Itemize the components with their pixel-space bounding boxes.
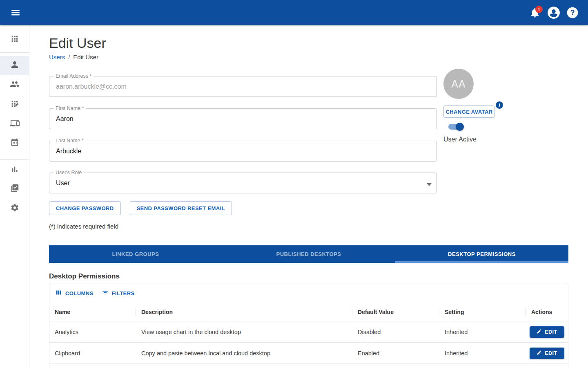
tab-published-desktops[interactable]: PUBLISHED DESKTOPS	[222, 245, 395, 263]
cell-name: Clipboard	[49, 350, 136, 357]
table-row-partial: EDIT	[49, 364, 568, 368]
library-check-icon	[10, 184, 19, 194]
cell-description: Copy and paste between local and cloud d…	[136, 350, 352, 357]
cell-default-value: Enabled	[352, 350, 439, 357]
apps-grid-icon	[10, 34, 19, 45]
filters-button[interactable]: FILTERS	[102, 289, 135, 297]
edit-button[interactable]: EDIT	[530, 326, 564, 338]
table-row: Analytics View usage chart in the cloud …	[49, 321, 568, 343]
chevron-down-icon	[427, 181, 432, 188]
role-select-label: User's Role	[53, 170, 84, 176]
cell-description: View usage chart in the cloud desktop	[136, 329, 352, 335]
notifications-button[interactable]: 1	[527, 4, 543, 21]
sidebar-item-tasks[interactable]	[0, 180, 29, 198]
bar-chart-icon	[10, 165, 19, 175]
hamburger-menu-icon	[10, 7, 21, 18]
tab-desktop-permissions[interactable]: DESKTOP PERMISSIONS	[395, 245, 568, 263]
menu-button[interactable]	[7, 4, 24, 21]
avatar: AA	[443, 69, 474, 99]
table-toolbar: COLUMNS FILTERS	[49, 283, 568, 303]
calendar-icon	[10, 138, 19, 148]
column-header-name[interactable]: Name	[49, 303, 136, 321]
cell-setting: Inherited	[439, 329, 526, 335]
table-header-row: Name Description Default Value Setting A…	[49, 303, 568, 321]
filter-list-icon	[102, 289, 109, 297]
send-password-reset-button[interactable]: SEND PASSWORD RESET EMAIL	[130, 201, 232, 215]
app-bar: 1 ?	[0, 0, 588, 25]
info-icon[interactable]: i	[496, 101, 503, 109]
role-select-value: User	[56, 180, 70, 187]
pencil-icon	[537, 350, 542, 357]
sidebar-divider	[0, 159, 29, 160]
breadcrumb-current: Edit User	[73, 54, 98, 61]
email-field-wrapper: Email Address *	[49, 76, 437, 97]
table-row: Clipboard Copy and paste between local a…	[49, 343, 568, 364]
email-field[interactable]	[49, 76, 437, 96]
change-avatar-button[interactable]: CHANGE AVATAR	[443, 105, 495, 118]
sidebar-item-schedule[interactable]	[0, 134, 29, 153]
columns-button-label: COLUMNS	[65, 290, 94, 296]
column-header-setting[interactable]: Setting	[439, 303, 526, 321]
required-field-note: (*) indicates required field	[49, 223, 118, 230]
people-group-icon	[10, 79, 20, 91]
sidebar-item-groups[interactable]	[0, 76, 29, 94]
permissions-table-card: COLUMNS FILTERS Name Description Default…	[49, 283, 568, 368]
app-registration-icon	[10, 99, 19, 110]
user-active-label: User Active	[443, 136, 533, 143]
last-name-field[interactable]	[49, 141, 437, 161]
cell-name: Analytics	[49, 329, 136, 335]
change-password-button[interactable]: CHANGE PASSWORD	[49, 201, 121, 215]
account-circle-icon	[547, 6, 561, 20]
user-active-toggle[interactable]	[448, 123, 463, 130]
devices-icon	[10, 118, 20, 130]
page-title: Edit User	[49, 35, 106, 51]
columns-button[interactable]: COLUMNS	[55, 289, 94, 297]
toggle-thumb	[456, 123, 464, 131]
cell-default-value: Disabled	[352, 329, 439, 335]
sidebar-item-users[interactable]	[0, 56, 29, 75]
account-button[interactable]	[546, 4, 562, 21]
filters-button-label: FILTERS	[112, 290, 135, 296]
first-name-field[interactable]	[49, 109, 437, 129]
sidebar-item-settings[interactable]	[0, 199, 29, 218]
tab-linked-groups[interactable]: LINKED GROUPS	[49, 245, 222, 263]
cell-setting: Inherited	[439, 350, 526, 357]
gear-icon	[10, 203, 19, 214]
sidebar-divider	[0, 52, 29, 53]
edit-button[interactable]: EDIT	[530, 348, 564, 359]
tab-bar: LINKED GROUPS PUBLISHED DESKTOPS DESKTOP…	[49, 245, 568, 263]
sidebar-item-reports[interactable]	[0, 161, 29, 180]
pencil-icon	[537, 329, 542, 335]
edit-button-label: EDIT	[545, 350, 557, 356]
column-header-actions: Actions	[526, 303, 568, 321]
sidebar-item-registrations[interactable]	[0, 95, 29, 114]
breadcrumb: Users / Edit User	[49, 54, 98, 61]
sidebar-item-desktops[interactable]	[0, 114, 29, 133]
view-columns-icon	[55, 289, 62, 297]
svg-text:?: ?	[570, 9, 575, 17]
breadcrumb-separator: /	[68, 54, 70, 61]
column-header-default-value[interactable]: Default Value	[352, 303, 439, 321]
help-button[interactable]: ?	[564, 4, 581, 21]
column-header-description[interactable]: Description	[136, 303, 352, 321]
notification-count-badge: 1	[535, 6, 543, 13]
edit-button-label: EDIT	[545, 329, 557, 335]
breadcrumb-users-link[interactable]: Users	[49, 54, 65, 61]
last-name-field-wrapper: Last Name *	[49, 141, 437, 162]
avatar-panel: AA CHANGE AVATAR i User Active	[443, 69, 533, 143]
password-actions-row: CHANGE PASSWORD SEND PASSWORD RESET EMAI…	[49, 201, 232, 215]
role-select[interactable]: User's Role User	[49, 173, 437, 193]
help-icon: ?	[566, 6, 579, 19]
permissions-heading: Desktop Permissions	[49, 272, 120, 280]
first-name-field-wrapper: First Name *	[49, 108, 437, 129]
sidebar-item-apps[interactable]	[0, 30, 29, 49]
edit-user-page: 1 ?	[0, 0, 588, 368]
person-icon	[10, 60, 20, 71]
sidebar-nav	[0, 25, 29, 368]
